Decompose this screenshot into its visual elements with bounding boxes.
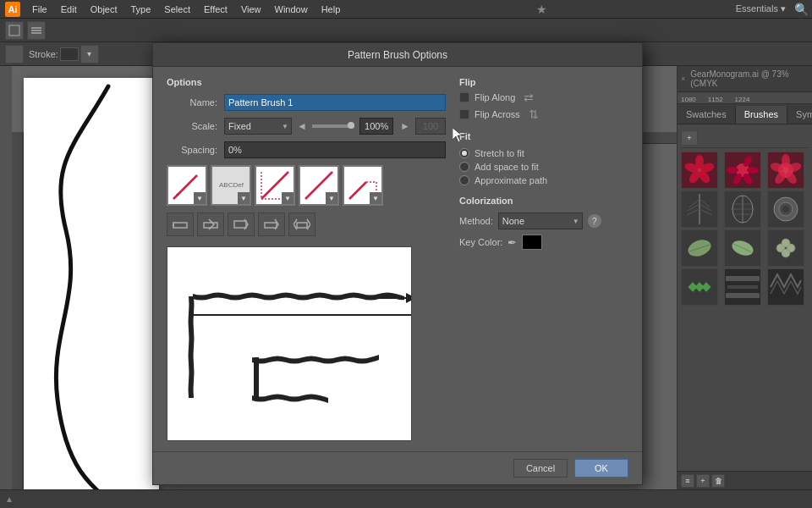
panel-ruler: 1080 1152 1224 xyxy=(678,92,812,104)
panel-del-btn[interactable]: 🗑 xyxy=(711,474,725,488)
tile-end[interactable]: ▼ xyxy=(343,165,383,206)
tile-outer-corner-dropdown[interactable]: ▼ xyxy=(238,192,250,204)
tile-end-dropdown[interactable]: ▼ xyxy=(370,192,381,204)
tile-side-dropdown[interactable]: ▼ xyxy=(194,192,206,204)
menu-object[interactable]: Object xyxy=(84,3,124,16)
flip-along-checkbox[interactable] xyxy=(459,92,469,102)
colorization-label: Colorization xyxy=(459,196,628,206)
tab-brushes[interactable]: Brushes xyxy=(736,106,787,124)
brush-item[interactable] xyxy=(724,190,761,228)
favorites-icon: ★ xyxy=(536,3,547,16)
spacing-label: Spacing: xyxy=(167,145,217,155)
stretch-row[interactable]: Stretch to fit xyxy=(459,148,628,158)
fit-label: Fit xyxy=(459,131,628,141)
svg-rect-49 xyxy=(701,282,710,291)
menu-edit[interactable]: Edit xyxy=(54,3,84,16)
menu-type[interactable]: Type xyxy=(124,3,158,16)
add-space-row[interactable]: Add space to fit xyxy=(459,162,628,172)
tile-side[interactable]: ▼ xyxy=(167,165,207,206)
brush-item[interactable] xyxy=(767,190,804,228)
approx-row[interactable]: Approximate path xyxy=(459,175,628,185)
arrow-btn-1[interactable] xyxy=(167,213,194,236)
tool-btn-1[interactable] xyxy=(5,45,24,64)
key-color-label: Key Color: xyxy=(459,237,502,247)
dialog-titlebar[interactable]: Pattern Brush Options xyxy=(153,43,642,67)
stroke-down[interactable]: ▾ xyxy=(80,45,99,64)
tile-start[interactable]: ▼ xyxy=(299,165,339,206)
panel-menu-btn[interactable]: ≡ xyxy=(681,474,694,488)
eyedropper-icon[interactable]: ✒ xyxy=(508,236,517,249)
panel-add-btn[interactable]: + xyxy=(696,474,710,488)
svg-rect-65 xyxy=(173,223,187,228)
arrow-btn-5[interactable] xyxy=(288,213,315,236)
menu-bar: Ai File Edit Object Type Select Effect V… xyxy=(0,0,812,19)
brush-item[interactable] xyxy=(724,268,761,306)
add-space-radio[interactable] xyxy=(459,162,469,172)
menu-select[interactable]: Select xyxy=(157,3,197,16)
preview-svg xyxy=(167,247,412,441)
svg-rect-68 xyxy=(234,221,246,228)
tile-start-dropdown[interactable]: ▼ xyxy=(326,192,337,204)
colorization-section: Colorization Method: None Tints Tints an… xyxy=(459,196,628,250)
menu-help[interactable]: Help xyxy=(315,3,348,16)
tab-swatches[interactable]: Swatches xyxy=(678,106,736,124)
svg-text:ABCDef: ABCDef xyxy=(219,181,244,189)
scale-right-arrow[interactable]: ► xyxy=(400,120,410,132)
tile-inner-corner-dropdown[interactable]: ▼ xyxy=(282,192,294,204)
new-doc-button[interactable] xyxy=(5,21,24,40)
arrow-btn-3[interactable] xyxy=(228,213,255,236)
dialog-right-panel: Flip Flip Along ⇄ Flip Across ⇅ Fit Stre… xyxy=(459,77,628,441)
flip-along-row[interactable]: Flip Along ⇄ xyxy=(459,91,628,104)
search-icon[interactable]: 🔍 xyxy=(794,3,809,16)
add-brush-button[interactable]: + xyxy=(681,130,698,146)
brush-item[interactable] xyxy=(681,229,718,267)
flip-across-icon: ⇅ xyxy=(529,108,539,121)
name-input[interactable] xyxy=(224,94,446,111)
menu-button[interactable] xyxy=(27,21,46,40)
scale-select-wrapper: Fixed ▼ xyxy=(224,118,292,135)
stretch-radio[interactable] xyxy=(459,148,469,158)
menu-file[interactable]: File xyxy=(25,3,54,16)
menu-view[interactable]: View xyxy=(234,3,268,16)
svg-rect-2 xyxy=(9,25,19,36)
scale-value-display: 100% xyxy=(359,118,393,135)
brush-item[interactable] xyxy=(681,190,718,228)
brush-item[interactable] xyxy=(681,152,718,189)
brush-item[interactable] xyxy=(724,152,761,189)
tile-outer-corner[interactable]: ABCDef ▼ xyxy=(211,165,251,206)
panel-footer: ≡ + 🗑 xyxy=(678,471,812,489)
tab-symbols[interactable]: Symbols xyxy=(787,106,812,124)
scale-row: Scale: Fixed ▼ ◄ 100% ► 100 xyxy=(167,118,446,135)
flip-across-checkbox[interactable] xyxy=(459,109,469,119)
spacing-row: Spacing: xyxy=(167,141,446,158)
tile-inner-corner[interactable]: ▼ xyxy=(255,165,295,206)
ruler-vertical xyxy=(12,132,24,508)
arrow-btn-2[interactable] xyxy=(197,213,224,236)
essentials-label[interactable]: Essentials ▾ xyxy=(736,3,789,14)
scale-select[interactable]: Fixed xyxy=(224,118,292,135)
brush-item[interactable] xyxy=(767,268,804,306)
colorization-info-icon[interactable]: ? xyxy=(588,214,601,228)
arrow-btn-4[interactable] xyxy=(258,213,285,236)
brush-item[interactable] xyxy=(724,229,761,267)
approx-radio[interactable] xyxy=(459,175,469,185)
scale-slider-track[interactable] xyxy=(312,124,354,128)
stroke-color[interactable] xyxy=(60,47,79,61)
method-row: Method: None Tints Tints and Shades Hue … xyxy=(459,213,628,229)
svg-point-38 xyxy=(782,206,789,213)
spacing-input[interactable] xyxy=(224,141,446,158)
brush-item[interactable] xyxy=(681,268,718,306)
flip-across-row[interactable]: Flip Across ⇅ xyxy=(459,108,628,121)
key-color-swatch[interactable] xyxy=(522,235,542,250)
right-panel: × GearMonogram.ai @ 73% (CMYK 1080 1152 … xyxy=(677,66,812,489)
stretch-label: Stretch to fit xyxy=(475,148,524,158)
brush-item[interactable] xyxy=(767,152,804,189)
menu-effect[interactable]: Effect xyxy=(197,3,234,16)
ok-button[interactable]: OK xyxy=(574,459,628,478)
scale-left-arrow[interactable]: ◄ xyxy=(297,120,307,132)
menu-window[interactable]: Window xyxy=(268,3,315,16)
flip-across-label: Flip Across xyxy=(475,109,520,119)
method-select[interactable]: None Tints Tints and Shades Hue Shift xyxy=(498,213,583,229)
brush-item[interactable] xyxy=(767,229,804,267)
cancel-button[interactable]: Cancel xyxy=(513,459,568,478)
